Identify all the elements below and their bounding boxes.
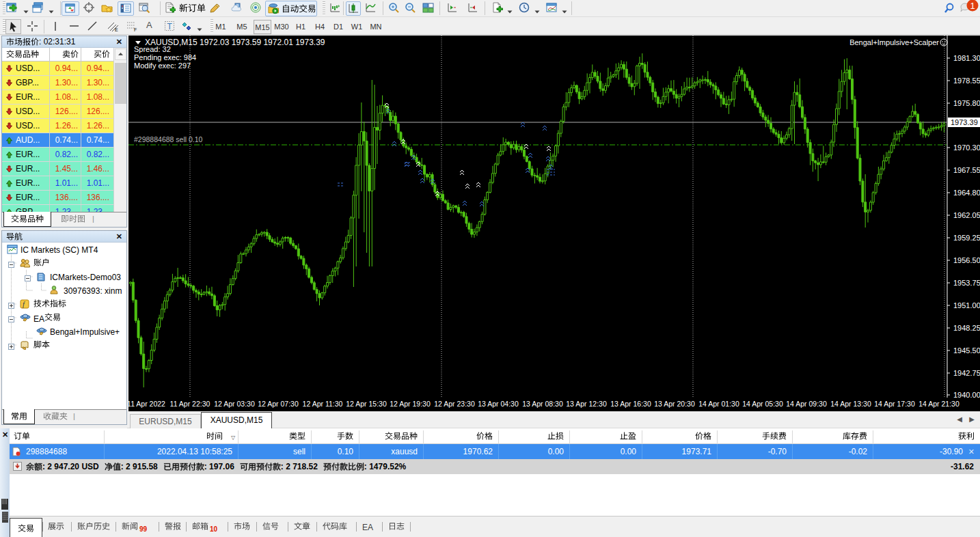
svg-text:13 Apr 20:30: 13 Apr 20:30 <box>654 400 695 408</box>
svg-text:12 Apr 03:30: 12 Apr 03:30 <box>214 400 255 408</box>
svg-text:11 Apr 2022: 11 Apr 2022 <box>128 400 165 408</box>
svg-text:1973.39: 1973.39 <box>951 118 978 126</box>
svg-text:13 Apr 04:30: 13 Apr 04:30 <box>478 400 519 408</box>
svg-text:Modify exec: 297: Modify exec: 297 <box>134 61 191 70</box>
svg-text:#298884688 sell 0.10: #298884688 sell 0.10 <box>134 135 203 143</box>
svg-text:1964.80: 1964.80 <box>953 189 980 197</box>
svg-text:12 Apr 19:30: 12 Apr 19:30 <box>390 400 431 408</box>
svg-text:12 Apr 11:30: 12 Apr 11:30 <box>303 400 343 408</box>
svg-text:12 Apr 23:30: 12 Apr 23:30 <box>434 400 475 408</box>
svg-text:Spread: 32: Spread: 32 <box>134 45 171 53</box>
svg-text:13 Apr 12:30: 13 Apr 12:30 <box>566 400 607 408</box>
svg-text:Bengal+Impulsive+Scalper: Bengal+Impulsive+Scalper <box>849 38 939 46</box>
svg-text:1948.25: 1948.25 <box>953 324 980 332</box>
svg-text:14 Apr 01:30: 14 Apr 01:30 <box>698 400 739 408</box>
svg-text:13 Apr 16:30: 13 Apr 16:30 <box>610 400 651 408</box>
svg-text:13 Apr 08:30: 13 Apr 08:30 <box>522 400 563 408</box>
svg-text:14 Apr 17:30: 14 Apr 17:30 <box>874 400 915 408</box>
svg-text:1978.55: 1978.55 <box>953 77 980 85</box>
svg-text:1940.00: 1940.00 <box>953 391 980 399</box>
svg-text:F: F <box>134 27 137 32</box>
svg-text:1951.00: 1951.00 <box>953 301 980 309</box>
svg-text:T: T <box>167 22 173 31</box>
svg-text:1953.75: 1953.75 <box>953 279 980 287</box>
svg-text:Pending exec: 984: Pending exec: 984 <box>134 53 196 61</box>
svg-text:1981.30: 1981.30 <box>953 54 980 62</box>
svg-text:1962.05: 1962.05 <box>953 211 980 219</box>
svg-text:1959.25: 1959.25 <box>953 234 980 242</box>
svg-text:12 Apr 07:30: 12 Apr 07:30 <box>258 400 299 408</box>
svg-text:1: 1 <box>970 1 975 11</box>
svg-text:11 Apr 22:30: 11 Apr 22:30 <box>170 400 210 408</box>
svg-text:12 Apr 15:30: 12 Apr 15:30 <box>346 400 387 408</box>
svg-text:1967.55: 1967.55 <box>953 166 980 174</box>
svg-text:14 Apr 13:30: 14 Apr 13:30 <box>830 400 871 408</box>
svg-text:1942.75: 1942.75 <box>953 369 980 377</box>
svg-text:1945.50: 1945.50 <box>953 346 980 355</box>
svg-text:E: E <box>115 27 118 32</box>
svg-text:1956.50: 1956.50 <box>953 256 980 264</box>
svg-text:XAUUSD,M15 1972.03 1973.59 19: XAUUSD,M15 1972.03 1973.59 1972.01 1973.… <box>145 38 325 47</box>
svg-text:14 Apr 09:30: 14 Apr 09:30 <box>786 400 827 408</box>
svg-text:1975.80: 1975.80 <box>953 99 980 107</box>
svg-text:1970.30: 1970.30 <box>953 143 980 152</box>
svg-text:14 Apr 05:30: 14 Apr 05:30 <box>742 400 783 408</box>
svg-text:14 Apr 21:30: 14 Apr 21:30 <box>918 400 959 408</box>
